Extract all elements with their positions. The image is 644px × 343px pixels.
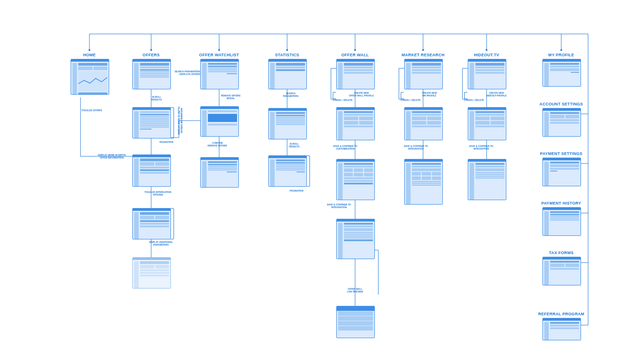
screen-offerwall-preview[interactable]: [336, 306, 375, 338]
label-toggles-offers: TOGGLES OFFERS: [81, 109, 102, 112]
label-confirm-remove: CONFIRM REMOVE OFFERS: [208, 142, 227, 147]
screen-market-3[interactable]: [404, 159, 443, 205]
flow-diagram-canvas: HOME OFFERS OFFER WATCHLIST STATISTICS O…: [0, 0, 644, 343]
label-cancel-delete-2: CANCEL / DELETE: [401, 99, 421, 102]
label-cancel-delete-3: CANCEL / DELETE: [464, 99, 484, 102]
screen-stats-1[interactable]: [268, 59, 307, 89]
brace-icon: [333, 92, 336, 99]
label-search-params-displays: SEARCH PARAMATERS DISPLAYS OFFERS: [174, 71, 200, 76]
svg-point-1: [150, 49, 152, 51]
svg-point-6: [486, 49, 487, 51]
label-save-continue-custom: SAVE & CONTINUE TO CUSTOMIZATION: [333, 145, 357, 151]
label-save-continue-integ-1: SAVE & CONTINUE TO INTEGRATION: [327, 204, 351, 209]
screen-referral[interactable]: [542, 318, 581, 340]
col-title-offers: OFFERS: [143, 53, 160, 57]
col-title-hideout: HIDEOUT.TV: [474, 53, 500, 57]
col-title-offerwall: OFFER WALL: [341, 53, 369, 57]
svg-point-4: [354, 49, 356, 51]
screen-stats-3[interactable]: [268, 155, 307, 187]
brace-icon: [464, 92, 467, 99]
label-save-continue-integ-3: SAVE & CONTINUE TO INTEGRATION: [469, 145, 493, 151]
label-display-additional: DISPLAY ADDITIONAL PARAMETERS: [149, 241, 173, 247]
screen-market-1[interactable]: [404, 59, 443, 89]
svg-point-2: [218, 49, 220, 51]
label-toggles-integration: TOGGLES INTERGATION OPTIONS: [144, 191, 171, 197]
col-title-payhistory: PAYMENT HISTORY: [541, 201, 581, 205]
label-create-offerwall: CREATE NEW OFFER WALL PROFILE: [349, 92, 373, 97]
label-pagination-2: PAGINATION: [290, 190, 304, 192]
col-title-watchlist: OFFER WATCHLIST: [199, 53, 239, 57]
label-create-hideout: CREATE NEW HIDEOUT PROFILE: [486, 92, 507, 97]
brace-icon: [171, 107, 174, 138]
col-title-home: HOME: [83, 53, 96, 57]
brace-icon: [307, 155, 310, 187]
label-create-mr: CREATE NEW MR PROFILE: [422, 92, 436, 97]
screen-stats-2[interactable]: [268, 108, 307, 139]
screen-offers-4[interactable]: [132, 208, 171, 239]
screen-home[interactable]: [71, 59, 109, 95]
label-remove-offers-modal: REMOVE OFFERS MODAL: [221, 95, 240, 100]
screen-account[interactable]: [542, 108, 581, 137]
col-title-market: MARKET RESEARCH: [402, 53, 445, 57]
label-search-params: SEARCH PARAMETERS: [283, 92, 299, 98]
screen-paysettings[interactable]: [542, 158, 581, 186]
screen-offerwall-3[interactable]: [336, 159, 375, 200]
screen-offers-1[interactable]: [132, 59, 171, 89]
svg-point-5: [422, 49, 424, 51]
col-title-referral: REFERRAL PROGRAM: [538, 312, 584, 316]
screen-profile[interactable]: [542, 59, 581, 87]
screen-offers-5[interactable]: [132, 257, 171, 289]
col-title-paysettings: PAYMENT SETTINGS: [540, 151, 583, 156]
screen-offerwall-2[interactable]: [336, 107, 375, 140]
screen-hideout-2[interactable]: [468, 107, 506, 140]
screen-watchlist-3[interactable]: [200, 157, 239, 188]
label-scroll-results-2: SCROLL RESULTS: [289, 143, 300, 148]
label-offerwall-preview: OFFER WALL LIVE PREVIEW: [347, 288, 363, 293]
col-title-tax: TAX FORMS: [549, 251, 573, 255]
col-title-stats: STATISTICS: [275, 53, 299, 57]
brace-icon: [171, 208, 174, 239]
screen-hideout-3[interactable]: [468, 159, 506, 200]
brace-icon: [401, 92, 404, 99]
screen-offerwall-4[interactable]: [336, 219, 375, 259]
svg-point-7: [560, 49, 562, 51]
col-title-account: ACCOUNT SETTINGS: [539, 102, 583, 106]
svg-point-3: [286, 49, 288, 51]
screen-hideout-1[interactable]: [468, 59, 506, 89]
label-save-continue-integ-2: SAVE & CONTINUE TO INTEGRATION: [404, 145, 428, 151]
svg-point-0: [89, 49, 90, 51]
screen-payhistory[interactable]: [542, 207, 581, 236]
label-display-in-depth-rot: DISPLAY MORE IN DEPTH OFFERS INFORMATION: [178, 107, 183, 134]
col-title-profile: MY PROFILE: [548, 53, 574, 57]
screen-watchlist-1[interactable]: [200, 59, 239, 89]
screen-offers-3[interactable]: [132, 155, 171, 187]
label-pagination-1: PAGINATION: [160, 141, 174, 144]
label-scroll-results: SCROLL RESULTS: [152, 96, 162, 101]
screen-offers-2[interactable]: [132, 107, 171, 138]
screen-offerwall-1[interactable]: [336, 59, 375, 89]
screen-tax[interactable]: [542, 257, 581, 285]
label-display-in-depth: DISPLAY MORE IN DEPTH OFFER INFORMATION: [98, 154, 126, 159]
screen-market-2[interactable]: [404, 107, 443, 140]
label-cancel-delete-1: CANCEL / DELETE: [333, 99, 353, 102]
screen-watchlist-2[interactable]: [200, 106, 239, 137]
